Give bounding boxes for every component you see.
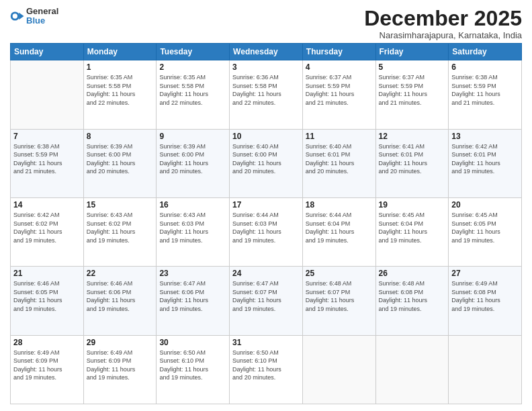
day-info: Sunrise: 6:36 AM Sunset: 5:58 PM Dayligh… [232,73,300,107]
day-number: 12 [379,132,446,141]
day-number: 2 [159,62,226,72]
calendar-week-row: 28Sunrise: 6:49 AM Sunset: 6:09 PM Dayli… [11,335,522,404]
day-info: Sunrise: 6:45 AM Sunset: 6:05 PM Dayligh… [451,211,519,244]
calendar-cell: 20Sunrise: 6:45 AM Sunset: 6:05 PM Dayli… [449,197,522,266]
calendar-cell [302,335,375,404]
day-info: Sunrise: 6:40 AM Sunset: 6:01 PM Dayligh… [306,142,373,176]
calendar-cell: 19Sunrise: 6:45 AM Sunset: 6:04 PM Dayli… [375,197,449,266]
day-number: 18 [306,200,373,210]
calendar-header-saturday: Saturday [449,44,522,60]
day-number: 7 [13,132,81,141]
day-number: 3 [232,62,300,72]
calendar-cell: 30Sunrise: 6:50 AM Sunset: 6:10 PM Dayli… [157,335,230,404]
day-number: 28 [13,338,81,347]
day-info: Sunrise: 6:39 AM Sunset: 6:00 PM Dayligh… [159,142,226,176]
day-number: 30 [159,338,226,347]
logo-text: General Blue [26,7,58,26]
day-number: 16 [159,200,226,210]
calendar-week-row: 14Sunrise: 6:42 AM Sunset: 6:02 PM Dayli… [11,197,522,266]
day-info: Sunrise: 6:47 AM Sunset: 6:06 PM Dayligh… [159,279,226,313]
calendar-cell: 8Sunrise: 6:39 AM Sunset: 6:00 PM Daylig… [83,129,157,197]
day-info: Sunrise: 6:44 AM Sunset: 6:04 PM Dayligh… [306,211,373,244]
calendar-cell: 22Sunrise: 6:46 AM Sunset: 6:06 PM Dayli… [83,267,157,335]
calendar-header-monday: Monday [83,44,157,60]
calendar-cell: 16Sunrise: 6:43 AM Sunset: 6:03 PM Dayli… [157,197,230,266]
calendar-week-row: 21Sunrise: 6:46 AM Sunset: 6:05 PM Dayli… [11,267,522,335]
day-number: 27 [451,269,519,278]
calendar-cell: 3Sunrise: 6:36 AM Sunset: 5:58 PM Daylig… [230,60,303,129]
day-info: Sunrise: 6:35 AM Sunset: 5:58 PM Dayligh… [159,73,226,107]
calendar-table: SundayMondayTuesdayWednesdayThursdayFrid… [10,43,522,404]
calendar-cell: 25Sunrise: 6:48 AM Sunset: 6:07 PM Dayli… [302,267,375,335]
day-number: 10 [232,132,300,141]
calendar-cell: 15Sunrise: 6:43 AM Sunset: 6:02 PM Dayli… [83,197,157,266]
day-info: Sunrise: 6:45 AM Sunset: 6:04 PM Dayligh… [379,211,446,244]
calendar-cell: 26Sunrise: 6:48 AM Sunset: 6:08 PM Dayli… [375,267,449,335]
day-info: Sunrise: 6:35 AM Sunset: 5:58 PM Dayligh… [87,73,154,107]
calendar-cell: 7Sunrise: 6:38 AM Sunset: 5:59 PM Daylig… [11,129,84,197]
day-info: Sunrise: 6:38 AM Sunset: 5:59 PM Dayligh… [451,73,519,107]
calendar-header-thursday: Thursday [302,44,375,60]
calendar-cell: 4Sunrise: 6:37 AM Sunset: 5:59 PM Daylig… [302,60,375,129]
day-number: 31 [232,338,300,347]
logo: General Blue [10,7,58,26]
svg-point-2 [13,14,17,19]
day-info: Sunrise: 6:37 AM Sunset: 5:59 PM Dayligh… [379,73,446,107]
day-info: Sunrise: 6:41 AM Sunset: 6:01 PM Dayligh… [379,142,446,176]
calendar-cell: 21Sunrise: 6:46 AM Sunset: 6:05 PM Dayli… [11,267,84,335]
day-number: 14 [13,200,81,210]
calendar-cell [449,335,522,404]
day-info: Sunrise: 6:43 AM Sunset: 6:03 PM Dayligh… [159,211,226,244]
calendar-header-tuesday: Tuesday [157,44,230,60]
calendar-cell: 12Sunrise: 6:41 AM Sunset: 6:01 PM Dayli… [375,129,449,197]
day-number: 4 [306,62,373,72]
calendar-cell: 5Sunrise: 6:37 AM Sunset: 5:59 PM Daylig… [375,60,449,129]
calendar-cell: 13Sunrise: 6:42 AM Sunset: 6:01 PM Dayli… [449,129,522,197]
calendar-cell [375,335,449,404]
calendar-cell: 14Sunrise: 6:42 AM Sunset: 6:02 PM Dayli… [11,197,84,266]
day-info: Sunrise: 6:49 AM Sunset: 6:08 PM Dayligh… [451,279,519,313]
calendar-week-row: 1Sunrise: 6:35 AM Sunset: 5:58 PM Daylig… [11,60,522,129]
calendar-header-friday: Friday [375,44,449,60]
calendar-cell: 24Sunrise: 6:47 AM Sunset: 6:07 PM Dayli… [230,267,303,335]
calendar-cell: 10Sunrise: 6:40 AM Sunset: 6:00 PM Dayli… [230,129,303,197]
title-block: December 2025 Narasimharajapura, Karnata… [364,7,522,40]
logo-line1: General [26,7,58,16]
day-info: Sunrise: 6:48 AM Sunset: 6:08 PM Dayligh… [379,279,446,313]
day-info: Sunrise: 6:46 AM Sunset: 6:05 PM Dayligh… [13,279,81,313]
day-number: 1 [87,62,154,72]
day-number: 17 [232,200,300,210]
day-info: Sunrise: 6:50 AM Sunset: 6:10 PM Dayligh… [159,349,226,382]
calendar-cell [11,60,84,129]
day-number: 22 [87,269,154,278]
day-info: Sunrise: 6:37 AM Sunset: 5:59 PM Dayligh… [306,73,373,107]
day-number: 29 [87,338,154,347]
calendar-cell: 9Sunrise: 6:39 AM Sunset: 6:00 PM Daylig… [157,129,230,197]
calendar-cell: 23Sunrise: 6:47 AM Sunset: 6:06 PM Dayli… [157,267,230,335]
calendar-cell: 27Sunrise: 6:49 AM Sunset: 6:08 PM Dayli… [449,267,522,335]
location: Narasimharajapura, Karnataka, India [364,30,522,40]
calendar-cell: 18Sunrise: 6:44 AM Sunset: 6:04 PM Dayli… [302,197,375,266]
calendar-cell: 6Sunrise: 6:38 AM Sunset: 5:59 PM Daylig… [449,60,522,129]
calendar-cell: 11Sunrise: 6:40 AM Sunset: 6:01 PM Dayli… [302,129,375,197]
day-info: Sunrise: 6:42 AM Sunset: 6:01 PM Dayligh… [451,142,519,176]
day-number: 25 [306,269,373,278]
day-number: 23 [159,269,226,278]
day-info: Sunrise: 6:48 AM Sunset: 6:07 PM Dayligh… [306,279,373,313]
day-info: Sunrise: 6:44 AM Sunset: 6:03 PM Dayligh… [232,211,300,244]
day-info: Sunrise: 6:40 AM Sunset: 6:00 PM Dayligh… [232,142,300,176]
day-info: Sunrise: 6:46 AM Sunset: 6:06 PM Dayligh… [87,279,154,313]
day-info: Sunrise: 6:42 AM Sunset: 6:02 PM Dayligh… [13,211,81,244]
day-number: 13 [451,132,519,141]
header: General Blue December 2025 Narasimharaja… [10,7,522,40]
calendar-cell: 31Sunrise: 6:50 AM Sunset: 6:10 PM Dayli… [230,335,303,404]
calendar-header-sunday: Sunday [11,44,84,60]
logo-icon [10,9,25,24]
svg-marker-1 [19,13,24,19]
logo-line2: Blue [26,16,58,26]
calendar-cell: 1Sunrise: 6:35 AM Sunset: 5:58 PM Daylig… [83,60,157,129]
day-number: 26 [379,269,446,278]
day-number: 9 [159,132,226,141]
day-number: 24 [232,269,300,278]
page: General Blue December 2025 Narasimharaja… [0,0,532,411]
